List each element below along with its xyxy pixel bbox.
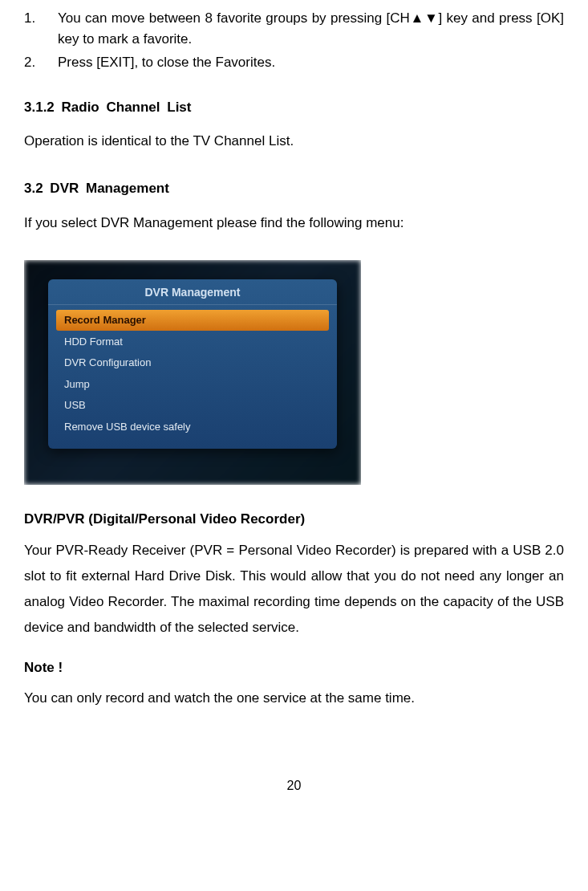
menu-item-hdd-format: HDD Format xyxy=(56,332,329,352)
body-3-1-2: Operation is identical to the TV Channel… xyxy=(24,128,564,154)
heading-3-2: 3.2 DVR Management xyxy=(24,178,564,199)
list-item-1: 1. You can move between 8 favorite group… xyxy=(24,8,564,49)
menu-title: DVR Management xyxy=(48,279,337,305)
dvr-pvr-heading: DVR/PVR (Digital/Personal Video Recorder… xyxy=(24,509,564,530)
menu-item-dvr-config: DVR Configuration xyxy=(56,352,329,373)
page-number: 20 xyxy=(24,776,564,795)
list-text: Press [EXIT], to close the Favorites. xyxy=(58,52,564,73)
note-body: You can only record and watch the one se… xyxy=(24,686,564,711)
list-text: You can move between 8 favorite groups b… xyxy=(58,8,564,49)
list-number: 2. xyxy=(24,52,58,73)
note-heading: Note ! xyxy=(24,657,564,678)
dvr-menu-screenshot: DVR Management Record Manager HDD Format… xyxy=(24,260,361,485)
menu-item-record-manager: Record Manager xyxy=(56,310,329,331)
menu-items: Record Manager HDD Format DVR Configurat… xyxy=(48,305,337,442)
list-item-2: 2. Press [EXIT], to close the Favorites. xyxy=(24,52,564,73)
heading-3-1-2: 3.1.2 Radio Channel List xyxy=(24,97,564,118)
dvr-pvr-body: Your PVR-Ready Receiver (PVR = Personal … xyxy=(24,538,564,641)
menu-window: DVR Management Record Manager HDD Format… xyxy=(48,279,337,449)
menu-item-remove-usb: Remove USB device safely xyxy=(56,417,329,437)
menu-item-usb: USB xyxy=(56,395,329,416)
list-number: 1. xyxy=(24,8,58,49)
menu-item-jump: Jump xyxy=(56,374,329,395)
body-3-2-intro: If you select DVR Management please find… xyxy=(24,210,564,236)
